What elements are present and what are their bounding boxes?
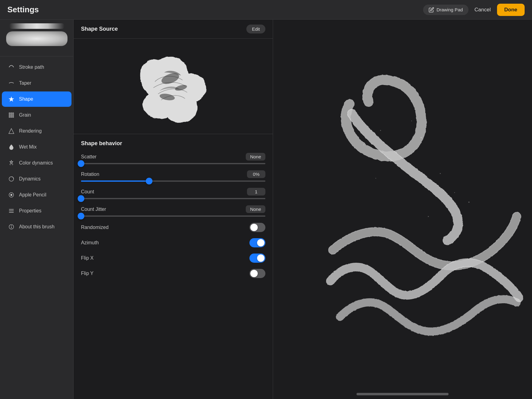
done-button[interactable]: Done: [497, 4, 525, 16]
sidebar: Stroke path Taper Shape: [0, 20, 74, 399]
sidebar-item-color-dynamics[interactable]: Color dynamics: [2, 155, 71, 171]
drawing-pad-label: Drawing Pad: [437, 7, 463, 12]
flip-x-toggle-row: Flip X: [81, 254, 265, 263]
drawing-pad-button[interactable]: Drawing Pad: [423, 5, 468, 15]
svg-point-29: [468, 202, 470, 203]
sidebar-item-label-color-dynamics: Color dynamics: [19, 160, 53, 166]
sidebar-item-wet-mix[interactable]: Wet Mix: [2, 139, 71, 155]
sidebar-item-properties[interactable]: Properties: [2, 203, 71, 219]
sidebar-item-label-stroke-path: Stroke path: [19, 64, 44, 70]
randomized-toggle-knob: [250, 224, 258, 231]
edit-button[interactable]: Edit: [246, 25, 265, 33]
about-brush-icon: [8, 223, 15, 230]
flip-y-toggle[interactable]: [249, 269, 265, 278]
flip-y-toggle-row: Flip Y: [81, 269, 265, 278]
sidebar-item-apple-pencil[interactable]: Apple Pencil: [2, 187, 71, 203]
brush-preview-svg: [273, 20, 532, 399]
sidebar-item-label-taper: Taper: [19, 80, 31, 86]
svg-point-28: [454, 192, 455, 193]
shape-source-preview: [74, 39, 273, 134]
sidebar-nav: Stroke path Taper Shape: [0, 56, 73, 399]
svg-rect-2: [13, 113, 13, 114]
flip-x-toggle[interactable]: [249, 254, 265, 263]
azimuth-toggle-row: Azimuth: [81, 238, 265, 247]
svg-point-30: [428, 216, 429, 217]
apple-pencil-icon: [8, 192, 15, 198]
sidebar-item-rendering[interactable]: Rendering: [2, 123, 71, 139]
shape-blob-image: [133, 45, 213, 128]
azimuth-toggle-knob: [257, 239, 264, 246]
brush-stroke-thin: [9, 23, 64, 29]
svg-point-22: [380, 130, 381, 131]
shape-icon: [8, 96, 15, 103]
svg-point-24: [421, 137, 422, 138]
canvas-preview: [273, 20, 532, 399]
scatter-value: None: [246, 153, 265, 161]
count-jitter-label: Count Jitter: [81, 207, 106, 212]
sidebar-item-dynamics[interactable]: Dynamics: [2, 171, 71, 187]
flip-x-label: Flip X: [81, 255, 94, 261]
rendering-icon: [8, 128, 15, 134]
content-area: Shape Source Edit: [74, 20, 532, 399]
svg-point-12: [11, 194, 12, 196]
svg-point-31: [376, 178, 376, 179]
shape-source-header: Shape Source Edit: [74, 20, 273, 39]
svg-rect-4: [11, 114, 12, 115]
count-label: Count: [81, 189, 94, 195]
scatter-label: Scatter: [81, 154, 97, 160]
sidebar-item-label-rendering: Rendering: [19, 128, 42, 134]
randomized-label: Randomized: [81, 225, 109, 230]
shape-blob-svg: [133, 45, 213, 128]
svg-point-26: [363, 144, 364, 145]
stroke-path-icon: [8, 64, 15, 71]
grain-icon: [8, 112, 15, 118]
properties-icon: [8, 207, 15, 214]
count-slider[interactable]: [81, 198, 265, 199]
shape-source-title: Shape Source: [81, 26, 118, 32]
wet-mix-icon: [8, 144, 15, 150]
count-control: Count 1: [81, 188, 265, 199]
left-panel: Shape Source Edit: [74, 20, 273, 399]
svg-point-23: [411, 121, 412, 121]
scroll-indicator[interactable]: [357, 393, 449, 395]
flip-y-toggle-knob: [250, 270, 258, 277]
count-jitter-value: None: [246, 205, 265, 213]
count-jitter-control: Count Jitter None: [81, 205, 265, 217]
dynamics-icon: [8, 176, 15, 182]
svg-rect-6: [9, 116, 10, 117]
settings-title: Settings: [7, 5, 39, 14]
sidebar-item-label-grain: Grain: [19, 112, 31, 118]
sidebar-item-about-brush[interactable]: About this brush: [2, 219, 71, 234]
scatter-slider[interactable]: [81, 163, 265, 164]
scatter-control: Scatter None: [81, 153, 265, 164]
shape-behavior-section: Shape behavior Scatter None Rotation: [74, 134, 273, 290]
color-dynamics-icon: [8, 160, 15, 166]
randomized-toggle-row: Randomized: [81, 223, 265, 232]
brush-stroke-thick: [6, 31, 67, 46]
randomized-toggle[interactable]: [249, 223, 265, 232]
cancel-button[interactable]: Cancel: [475, 7, 491, 13]
count-value: 1: [247, 188, 265, 196]
svg-point-27: [440, 173, 441, 174]
sidebar-item-taper[interactable]: Taper: [2, 76, 71, 91]
brush-preview: [0, 20, 73, 56]
azimuth-toggle[interactable]: [249, 238, 265, 247]
count-jitter-slider[interactable]: [81, 215, 265, 217]
sidebar-item-label-shape: Shape: [19, 96, 33, 102]
flip-y-label: Flip Y: [81, 271, 94, 276]
sidebar-item-grain[interactable]: Grain: [2, 107, 71, 123]
svg-rect-5: [13, 114, 13, 115]
svg-rect-8: [13, 116, 13, 117]
header: Settings Drawing Pad Cancel Done: [0, 0, 532, 20]
sidebar-item-shape[interactable]: Shape: [2, 91, 71, 107]
drawing-pad-icon: [429, 7, 434, 13]
rotation-value: 0%: [247, 170, 265, 178]
svg-rect-1: [11, 113, 12, 114]
rotation-slider[interactable]: [81, 180, 265, 182]
sidebar-item-label-dynamics: Dynamics: [19, 176, 40, 182]
sidebar-item-stroke-path[interactable]: Stroke path: [2, 60, 71, 75]
svg-marker-9: [9, 129, 14, 134]
svg-rect-7: [11, 116, 12, 117]
svg-point-25: [392, 149, 393, 150]
sidebar-item-label-wet-mix: Wet Mix: [19, 144, 37, 150]
